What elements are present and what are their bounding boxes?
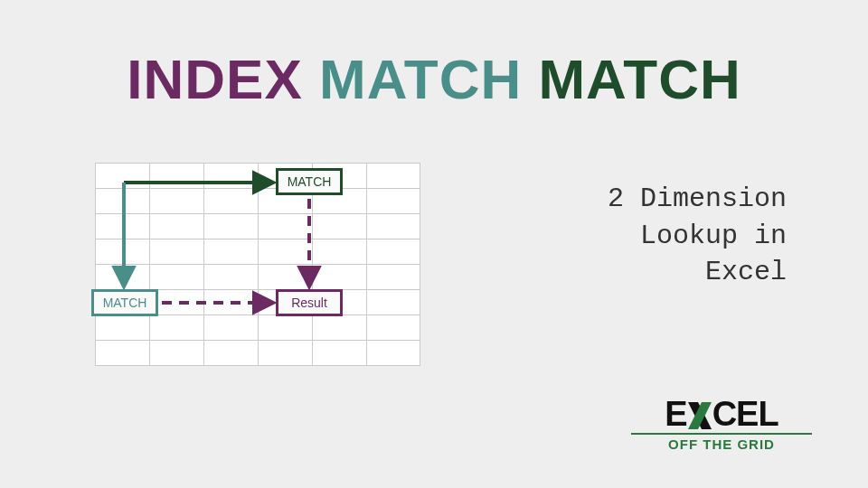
subtitle-line-2: Lookup in — [497, 218, 787, 255]
title-word-index: INDEX — [127, 48, 302, 110]
brand-logo: E CEL OFF THE GRID — [631, 397, 812, 452]
title-word-match-2: MATCH — [538, 48, 741, 110]
title-word-match-1: MATCH — [319, 48, 522, 110]
subtitle: 2 Dimension Lookup in Excel — [497, 181, 787, 291]
subtitle-line-3: Excel — [497, 254, 787, 291]
diagram-box-match-column: MATCH — [276, 168, 343, 195]
logo-tagline: OFF THE GRID — [631, 433, 812, 452]
lookup-diagram: MATCH MATCH Result — [95, 163, 420, 366]
diagram-box-result: Result — [276, 289, 343, 316]
diagram-arrows — [95, 163, 420, 366]
subtitle-line-1: 2 Dimension — [497, 181, 787, 218]
logo-letters-cel: CEL — [712, 397, 778, 431]
logo-letter-e: E — [665, 397, 686, 431]
page-title: INDEX MATCH MATCH — [0, 47, 868, 111]
diagram-box-match-row: MATCH — [91, 289, 158, 316]
logo-main: E CEL — [631, 397, 812, 431]
logo-x-icon — [688, 400, 712, 427]
